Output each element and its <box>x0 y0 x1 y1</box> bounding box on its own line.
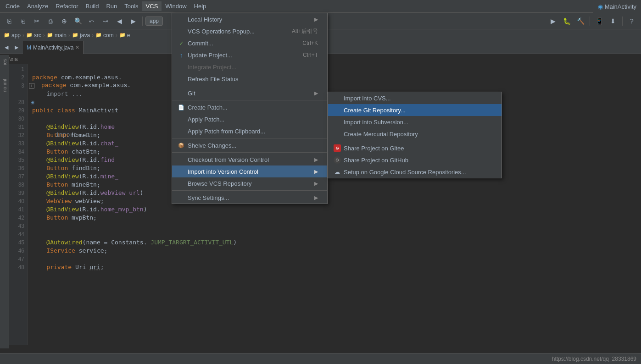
github-icon: ⊙ <box>333 156 342 164</box>
toolbar-device[interactable]: 📱 <box>593 15 606 27</box>
toolbar-btn-10[interactable]: ▶ <box>127 15 139 27</box>
toolbar-run[interactable]: ▶ <box>546 15 559 27</box>
toolbar-btn-5[interactable]: ⊕ <box>58 15 71 27</box>
browse-arrow: ▶ <box>314 181 318 187</box>
commit-icon: ✓ <box>177 40 186 47</box>
menu-tools[interactable]: Tools <box>121 1 142 11</box>
submenu-google-cloud[interactable]: ☁ Setup on Google Cloud Source Repositor… <box>328 166 502 178</box>
menu-code[interactable]: Code <box>2 1 23 11</box>
menu-browse-vcs[interactable]: Browse VCS Repository ▶ <box>172 177 327 189</box>
toolbar-debug[interactable]: 🐛 <box>560 15 573 27</box>
tab-close-btn[interactable]: ✕ <box>75 44 79 50</box>
breadcrumb-app[interactable]: 📁 app <box>4 32 21 39</box>
line-numbers: 1 2 3 28 29 30 31 32 33 34 35 36 37 38 3… <box>9 64 28 345</box>
menu-update-project[interactable]: ↑ Update Project... Ctrl+T <box>172 49 327 61</box>
import-vcs-submenu[interactable]: Import into CVS... Create Git Repository… <box>328 92 502 178</box>
toolbar-down[interactable]: ⬇ <box>607 15 619 27</box>
right-panel-title: MainActivity <box>605 3 636 10</box>
toolbar-btn-1[interactable]: ⎘ <box>3 15 16 27</box>
submenu-share-gitee[interactable]: G Share Project on Gitee <box>328 142 502 154</box>
submenu-import-cvs[interactable]: Import into CVS... <box>328 92 502 104</box>
sep-3 <box>622 17 623 26</box>
submenu-import-svn[interactable]: Import into Subversion... <box>328 116 502 128</box>
sep-5 <box>172 190 327 191</box>
left-sidebar: ies no.iml <box>0 55 9 348</box>
toolbar-btn-copy[interactable]: ⎙ <box>44 15 57 27</box>
menu-import-vcs[interactable]: Import into Version Control ▶ <box>172 165 327 177</box>
submenu-create-mercurial[interactable]: Create Mercurial Repository <box>328 128 502 140</box>
sep-1 <box>142 17 143 26</box>
toolbar-btn-2[interactable]: ⎗ <box>17 15 29 27</box>
google-cloud-icon: ☁ <box>333 168 342 176</box>
toolbar-btn-9[interactable]: ◀ <box>113 15 126 27</box>
sidebar-no-iml[interactable]: no.iml <box>2 79 7 92</box>
menu-run[interactable]: Run <box>102 1 121 11</box>
menu-git[interactable]: Git ▶ <box>172 87 327 99</box>
import-arrow: ▶ <box>314 169 318 175</box>
menu-sync-settings[interactable]: Sync Settings... ▶ <box>172 192 327 204</box>
submenu-share-github[interactable]: ⊙ Share Project on GitHub <box>328 154 502 166</box>
submenu-sep-1 <box>328 141 502 141</box>
toolbar-btn-search[interactable]: 🔍 <box>72 15 84 27</box>
tab-arrow-left[interactable]: ◀ <box>2 43 11 52</box>
checkout-arrow: ▶ <box>314 157 318 163</box>
sep-3 <box>172 138 327 138</box>
menu-integrate-project: Integrate Project... <box>172 61 327 73</box>
expand-import[interactable]: + <box>29 83 34 88</box>
tab-main-activity[interactable]: M MainActivity.java ✕ <box>23 41 84 54</box>
menu-analyze[interactable]: Analyze <box>23 1 52 11</box>
breadcrumb-e[interactable]: 📁 e <box>119 32 130 39</box>
menu-create-patch[interactable]: 📄 Create Patch... <box>172 101 327 113</box>
menu-refactor[interactable]: Refactor <box>52 1 82 11</box>
menu-shelve-changes[interactable]: 📦 Shelve Changes... <box>172 139 327 151</box>
submenu-create-git-repo[interactable]: Create Git Repository... <box>328 104 502 116</box>
tab-arrow-right[interactable]: ▶ <box>12 43 21 52</box>
menu-apply-patch-clipboard[interactable]: Apply Patch from Clipboard... <box>172 125 327 137</box>
menu-refresh-file-status[interactable]: Refresh File Status <box>172 73 327 85</box>
breadcrumb-java[interactable]: 📁 java <box>72 32 90 39</box>
breadcrumb-src[interactable]: 📁 src <box>26 32 41 39</box>
breadcrumb-main[interactable]: 📁 main <box>47 32 67 39</box>
toolbar-build2[interactable]: 🔨 <box>574 15 587 27</box>
menu-vcs-operations[interactable]: VCS Operations Popup... Alt+后引号 <box>172 25 327 37</box>
class-icon: ⊞ <box>30 99 34 105</box>
app-badge[interactable]: app <box>145 17 163 26</box>
menu-commit[interactable]: ✓ Commit... Ctrl+K <box>172 37 327 49</box>
sep-2 <box>172 100 327 100</box>
shelve-icon: 📦 <box>177 143 186 149</box>
sep-2 <box>590 17 590 26</box>
update-icon: ↑ <box>177 52 186 59</box>
tab-arrows: ◀ ▶ <box>2 43 21 52</box>
toolbar-btn-cut[interactable]: ✂ <box>30 15 43 27</box>
menu-checkout-vcs[interactable]: Checkout from Version Control ▶ <box>172 154 327 165</box>
activity-icon: ◉ <box>598 3 603 10</box>
git-arrow: ▶ <box>314 90 318 96</box>
sep-4 <box>172 152 327 153</box>
menu-window[interactable]: Window <box>162 1 190 11</box>
breadcrumb-com[interactable]: 📁 com <box>95 32 114 39</box>
sidebar-ies[interactable]: ies <box>2 59 7 65</box>
toolbar-btn-8[interactable]: ⤻ <box>99 15 112 27</box>
java-file-icon: M <box>27 44 31 51</box>
menu-help[interactable]: Help <box>190 1 210 11</box>
menubar: Code Analyze Refactor Build Run Tools VC… <box>0 0 641 13</box>
status-url: https://blog.csdn.net/qq_28331869 <box>552 356 636 362</box>
patch-icon: 📄 <box>177 105 186 110</box>
submenu-arrow: ▶ <box>314 17 318 22</box>
menu-local-history[interactable]: Local History ▶ <box>172 13 327 25</box>
toolbar-help[interactable]: ? <box>625 15 638 27</box>
sep-1 <box>172 86 327 86</box>
menu-apply-patch[interactable]: Apply Patch... <box>172 113 327 125</box>
vcs-dropdown-menu[interactable]: Local History ▶ VCS Operations Popup... … <box>172 13 328 204</box>
toolbar-btn-7[interactable]: ⤺ <box>85 15 98 27</box>
menu-vcs[interactable]: VCS <box>142 1 162 11</box>
menu-build[interactable]: Build <box>82 1 102 11</box>
gitee-icon: G <box>333 144 342 152</box>
statusbar: https://blog.csdn.net/qq_28331869 <box>0 353 641 364</box>
sync-arrow: ▶ <box>314 195 318 201</box>
